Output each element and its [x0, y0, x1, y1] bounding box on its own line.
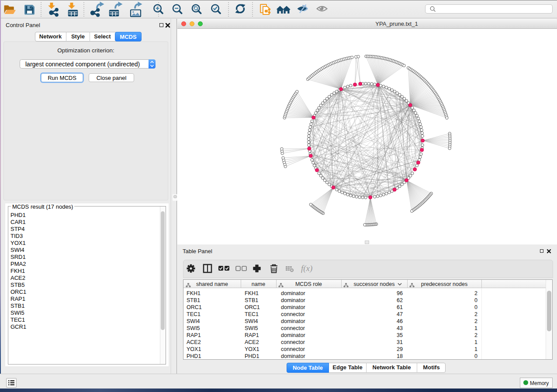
svg-text:f(x): f(x) — [301, 264, 312, 273]
